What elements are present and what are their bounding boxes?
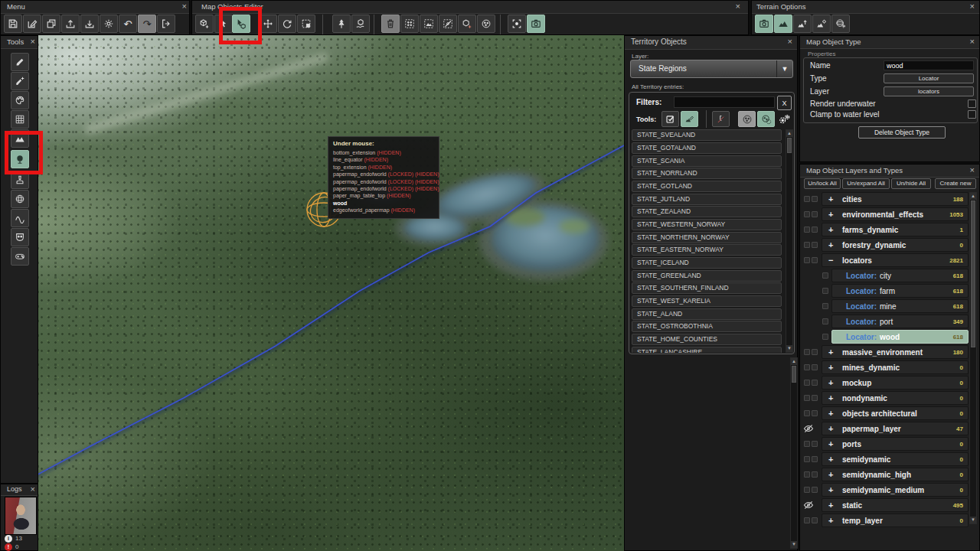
visibility-toggle[interactable] [822, 334, 828, 340]
visibility-toggle[interactable] [812, 456, 818, 462]
lock-toggle[interactable] [804, 211, 810, 217]
eye-slash-icon[interactable] [803, 500, 814, 510]
unlock-all-button[interactable]: Un/lock All [804, 178, 841, 189]
layer-row[interactable]: +static495 [822, 498, 969, 512]
expand-icon[interactable]: + [828, 393, 833, 403]
close-icon[interactable]: × [31, 484, 35, 494]
expand-icon[interactable]: + [828, 439, 833, 448]
expand-icon[interactable]: + [828, 347, 833, 357]
map-objects-tool-button[interactable] [11, 150, 29, 168]
rotate-button[interactable] [278, 15, 296, 33]
list-item[interactable]: STATE_EASTERN_NORWAY [632, 244, 782, 256]
list-item[interactable]: STATE_SCANIA [632, 155, 782, 167]
list-item[interactable]: STATE_HOME_COUNTIES [632, 334, 782, 345]
visibility-toggle[interactable] [822, 303, 828, 309]
vegetation-button[interactable] [332, 15, 351, 33]
lock-toggle[interactable] [804, 471, 810, 478]
layer-row[interactable]: +semidynamic_medium0 [822, 483, 969, 497]
scrollbar-thumb[interactable] [792, 366, 796, 383]
visibility-toggle[interactable] [812, 487, 818, 493]
spline-tool-button[interactable] [11, 209, 29, 227]
lock-toggle[interactable] [804, 410, 810, 416]
layer-row[interactable]: +objects architectural0 [822, 406, 969, 420]
close-icon[interactable]: × [970, 37, 975, 47]
visibility-toggle[interactable] [822, 318, 828, 324]
map-viewport[interactable]: Under mouse: bottom_extension (HIDDEN) l… [38, 35, 624, 551]
close-icon[interactable]: × [970, 2, 975, 11]
add-to-selection-button[interactable] [458, 15, 476, 33]
redo-button[interactable]: ↷ [138, 15, 156, 33]
lock-toggle[interactable] [804, 257, 810, 263]
panel-scrollbar[interactable]: ▲ ▼ [790, 357, 798, 549]
list-item[interactable]: STATE_WESTERN_NORWAY [632, 219, 782, 230]
list-item[interactable]: STATE_SVEALAND [632, 129, 782, 141]
log-error-count[interactable]: !0 [5, 543, 18, 551]
list-item[interactable]: STATE_JUTLAND [632, 194, 782, 205]
lock-toggle[interactable] [804, 227, 810, 233]
layer-row[interactable]: +nondynamic0 [822, 391, 969, 405]
expand-icon[interactable]: + [828, 378, 833, 387]
lock-toggle[interactable] [804, 395, 810, 401]
list-item[interactable]: STATE_OSTROBOTHNIA [632, 321, 782, 332]
expand-icon[interactable]: + [828, 424, 833, 433]
visibility-toggle[interactable] [812, 196, 818, 202]
list-item[interactable]: STATE_NORTHERN_NORWAY [632, 232, 782, 243]
brush-tool-button[interactable] [11, 53, 29, 71]
layer-row[interactable]: +mines_dynamic0 [822, 360, 969, 374]
visibility-toggle[interactable] [812, 471, 818, 478]
close-icon[interactable]: × [970, 165, 975, 175]
locator-type-row[interactable]: Locator:farm618 [831, 284, 969, 298]
list-item[interactable]: STATE_GOTALAND [632, 142, 782, 154]
visibility-toggle[interactable] [822, 272, 828, 279]
lock-toggle[interactable] [804, 349, 810, 355]
visibility-toggle[interactable] [812, 227, 818, 233]
delete-object-type-button[interactable]: Delete Object Type [858, 126, 946, 139]
selection-terrain-button[interactable] [420, 15, 438, 33]
focus-selection-button[interactable] [508, 15, 526, 33]
visibility-toggle[interactable] [812, 364, 818, 370]
expand-icon[interactable]: + [828, 455, 833, 464]
scale-button[interactable] [297, 15, 315, 33]
mask-tool-button[interactable] [11, 228, 29, 246]
visibility-toggle[interactable] [812, 395, 818, 401]
visibility-toggle[interactable] [812, 517, 818, 523]
list-item[interactable]: STATE_SOUTHERN_FINLAND [632, 282, 782, 294]
eye-slash-icon[interactable] [803, 424, 814, 433]
visibility-toggle[interactable] [812, 242, 818, 248]
visibility-toggle[interactable] [812, 211, 818, 217]
scrollbar-thumb[interactable] [787, 138, 792, 153]
detail-brush-tool-button[interactable] [11, 72, 29, 90]
selection-hide-button[interactable] [439, 15, 457, 33]
select-object-type-button[interactable] [232, 15, 250, 33]
layers-scrollbar[interactable]: ▲ ▼ [969, 192, 977, 524]
close-icon[interactable]: × [182, 2, 187, 11]
heightmap-tool-button[interactable] [11, 129, 29, 148]
duplicate-button[interactable] [42, 15, 60, 33]
layer-row[interactable]: +papermap_layer47 [822, 422, 969, 435]
expand-icon[interactable]: + [828, 409, 833, 418]
terrain-settings-button[interactable] [812, 15, 831, 33]
randomize-on-button[interactable] [757, 111, 775, 127]
expand-icon[interactable]: + [828, 470, 833, 479]
entries-scrollbar[interactable]: ▲ ▼ [786, 129, 793, 353]
scroll-down-icon[interactable]: ▼ [970, 517, 976, 523]
save-button[interactable] [4, 15, 22, 33]
expand-icon[interactable]: + [828, 500, 833, 510]
selection-randomize-button[interactable] [400, 15, 419, 33]
visibility-toggle[interactable] [812, 257, 818, 263]
lock-toggle[interactable] [804, 487, 810, 493]
visibility-toggle[interactable] [812, 441, 818, 447]
layer-row[interactable]: +semidynamic0 [822, 452, 969, 466]
list-item[interactable]: STATE_LANCASHIRE [632, 347, 782, 353]
lock-toggle[interactable] [804, 441, 810, 447]
layer-row[interactable]: +cities188 [822, 192, 969, 206]
lock-toggle[interactable] [804, 364, 810, 370]
visibility-toggle[interactable] [812, 410, 818, 416]
locator-type-row[interactable]: Locator:city618 [831, 269, 969, 282]
expand-icon[interactable]: + [828, 485, 833, 494]
camera-mode-button[interactable] [527, 15, 545, 33]
scroll-up-icon[interactable]: ▲ [791, 358, 797, 365]
stamp-tool-button[interactable] [11, 171, 29, 189]
scrollbar-thumb[interactable] [971, 201, 975, 347]
layer-row[interactable]: +semidynamic_high0 [822, 468, 969, 481]
